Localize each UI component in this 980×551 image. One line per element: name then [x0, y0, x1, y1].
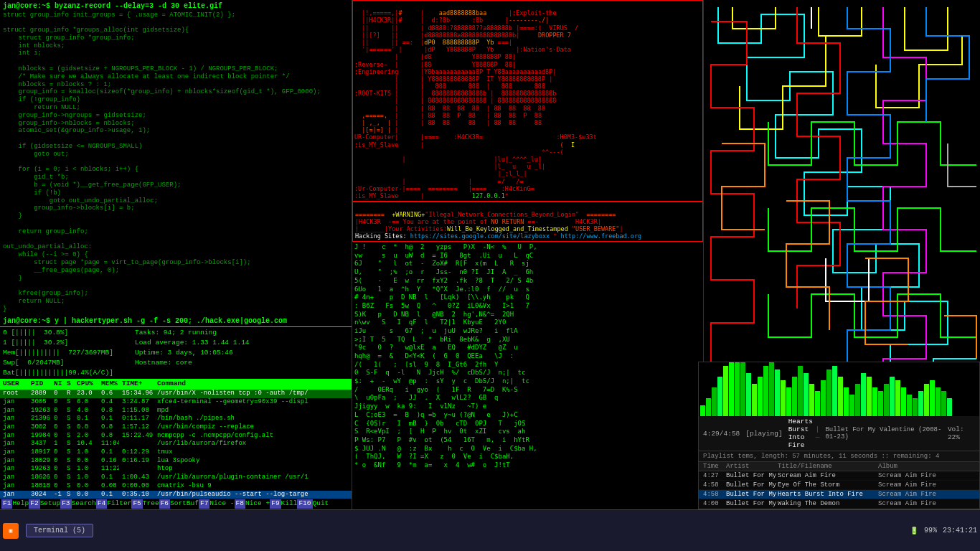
f9-kill[interactable]: F9 — [270, 499, 281, 509]
vis-bar — [769, 362, 774, 416]
vis-bar — [913, 398, 918, 416]
vis-bar — [815, 391, 820, 416]
vis-bar — [706, 398, 711, 416]
vis-bar — [763, 366, 768, 416]
vis-bar — [798, 366, 803, 416]
f5-tree[interactable]: F5 — [131, 499, 142, 509]
table-row[interactable]: jan 18818 0 S 0.0 0.08 0:00.00 cmatrix -… — [0, 482, 352, 491]
taskbar-right: 🔋 99% 23:41:21 — [910, 527, 977, 535]
vis-bar — [947, 398, 952, 416]
list-item[interactable]: 4:00 Bullet For My Waking The Demon Scre… — [699, 499, 979, 509]
cpu2-bar: 1 [||||| 30.2%] — [3, 339, 113, 348]
play-status: [playing] — [745, 430, 782, 438]
battery-level: 99% — [924, 527, 937, 534]
vis-bar — [918, 391, 923, 416]
htop-section: 0 [||||| 30.8%] 1 [||||| 30.2%] Mem[||||… — [0, 326, 352, 509]
list-item[interactable]: 4:58 Bullet For My Eye Of The Storm Scre… — [699, 481, 979, 490]
vis-bar — [717, 377, 722, 416]
f3-search[interactable]: F3 — [60, 499, 71, 509]
hacker-art: |!,=====,|# | aad8888888baa |:Exploit-th… — [352, 0, 703, 202]
vis-bar — [758, 377, 763, 416]
code-block: struct group_info init_groups = { .usage… — [3, 11, 349, 314]
taskbar-terminal[interactable]: Terminal (5) — [26, 524, 93, 537]
load-info: Load average: 1.33 1.44 1.14 — [135, 339, 250, 348]
vis-bar — [752, 384, 757, 416]
bat-bar: Bat[||||||||||||99.4%(A/C)] — [3, 369, 113, 378]
vis-bar — [781, 380, 786, 416]
vis-bar — [775, 369, 780, 416]
table-row[interactable]: jan 3002 0 S 0.8 0.8 1:57.12 /usr/bin/co… — [0, 423, 352, 432]
table-row[interactable]: jan 18626 0 S 1.0 0.1 1:00.43 /usr/lib/a… — [0, 474, 352, 482]
vis-bar — [878, 391, 883, 416]
table-row[interactable]: jan 19984 0 S 2.0 0.8 15:22.49 ncmpcpp -… — [0, 432, 352, 441]
vis-bar — [924, 384, 929, 416]
matrix-rain: J ! c * h@ 2 yzps P)X -N< % U P, vw s u … — [352, 242, 703, 509]
vis-bar — [936, 387, 941, 416]
table-row[interactable]: jan 3437 1 S 10.4 11:04.40 /usr/lib/auro… — [0, 440, 352, 448]
f8-nice-plus[interactable]: F8 — [235, 499, 245, 509]
vis-bar — [712, 387, 717, 416]
htop-header: 0 [||||| 30.8%] 1 [||||| 30.2%] Mem[||||… — [0, 327, 352, 379]
playlist-info: Playlist tems, length: 57 minutes, 11 se… — [699, 451, 979, 462]
process-table: USER PID NI S CPU% MEM% TIME+ Command ro… — [0, 379, 352, 499]
battery-icon: 🔋 — [910, 527, 918, 535]
f7-nice-minus[interactable]: F7 — [199, 499, 209, 509]
table-row[interactable]: jan 19263 0 S 1.0 11:22 htop — [0, 465, 352, 474]
f2-setup[interactable]: F2 — [29, 499, 39, 509]
vis-bar — [735, 362, 740, 416]
f1-help[interactable]: F1 — [1, 499, 12, 509]
vis-bar — [930, 380, 935, 416]
prompt-line-2: jan@core:~$ y | hackertyper.sh -g -f -s … — [3, 316, 349, 326]
separator: |— — [816, 425, 823, 441]
vis-bar — [786, 387, 791, 416]
f4-filter[interactable]: F4 — [96, 499, 107, 509]
vis-bar — [907, 395, 912, 416]
table-row[interactable]: jan 19263 0 S 4.0 0.8 1:15.08 mpd — [0, 407, 352, 415]
taskbar-logo: ▣ — [3, 523, 19, 539]
vis-bar — [792, 377, 797, 416]
f10-quit[interactable]: F10 — [297, 499, 312, 509]
vis-bar — [872, 387, 877, 416]
current-track-title: Hearts Burst Into Fire — [788, 418, 813, 449]
vis-bar — [838, 377, 843, 416]
cpu1-bar: 0 [||||| 30.8%] — [3, 329, 113, 338]
left-panel: jan@core:~$ byzanz-record --delay=3 -d 3… — [0, 0, 352, 509]
vis-bar — [740, 362, 745, 416]
vis-bar — [849, 395, 854, 416]
vis-bar — [901, 387, 906, 416]
music-player: 4:29/4:58 [playing] Hearts Burst Into Fi… — [698, 362, 980, 509]
vis-bar — [855, 384, 860, 416]
vis-bar — [700, 405, 705, 416]
table-row[interactable]: jan 18917 0 S 1.0 0.1 0:12.29 tmux — [0, 448, 352, 457]
vis-bar — [832, 366, 837, 416]
table-row[interactable]: jan 3024 -1 S 0.0 0.1 0:35.10 /usr/bin/p… — [0, 491, 352, 499]
table-row[interactable]: root 2889 0 R 23.0 0.6 15:34.96 /usr/bin… — [0, 390, 352, 398]
vis-bar — [729, 362, 734, 416]
htop-footer[interactable]: F1Help F2Setup F3Search F4Filter F5Tree … — [0, 499, 352, 509]
current-track-artist: Bullet For My Valentine (2008-01-23) — [825, 426, 942, 441]
vis-bar — [746, 373, 751, 416]
taskbar: ▣ Terminal (5) 🔋 99% 23:41:21 — [0, 509, 980, 551]
volume-display: Vol: 22% — [948, 425, 975, 441]
list-item[interactable]: 4:58 Bullet For My Hearts Burst Into Fir… — [699, 490, 979, 499]
tasks-info: Tasks: 94; 2 running — [135, 329, 250, 338]
taskbar-items[interactable]: Terminal (5) — [26, 524, 93, 537]
table-row[interactable]: jan 3005 0 S 6.0 0.4 3:24.87 xfce4-termi… — [0, 398, 352, 407]
table-row[interactable]: jan 21396 0 S 0.1 0.1 0:11.17 /bin/bash … — [0, 415, 352, 423]
terminal-output: jan@core:~$ byzanz-record --delay=3 -d 3… — [0, 0, 352, 326]
hostname-info: Hostname: core — [135, 359, 250, 368]
table-row[interactable]: jan 18029 0 S 0.0 0.16 0:16.19 lua 3spoo… — [0, 457, 352, 466]
f6-sort[interactable]: F6 — [159, 499, 170, 509]
vis-bar — [941, 391, 946, 416]
vis-bar — [723, 366, 728, 416]
vis-bar — [826, 369, 831, 416]
playlist-rows: 4:27 Bullet For My Scream Aim Fire Screa… — [699, 471, 979, 509]
list-item[interactable]: 4:27 Bullet For My Scream Aim Fire Screa… — [699, 471, 979, 481]
prompt-line-1: jan@core:~$ byzanz-record --delay=3 -d 3… — [3, 1, 349, 11]
swap-bar: Swp[ 0/2047MB] — [3, 359, 113, 368]
playlist-columns: Time Artist Title/Filename Album — [699, 462, 979, 471]
vis-bar — [895, 380, 900, 416]
track-time: 4:29/4:58 — [703, 430, 740, 438]
vis-bar — [867, 377, 872, 416]
process-header: USER PID NI S CPU% MEM% TIME+ Command — [0, 379, 352, 390]
